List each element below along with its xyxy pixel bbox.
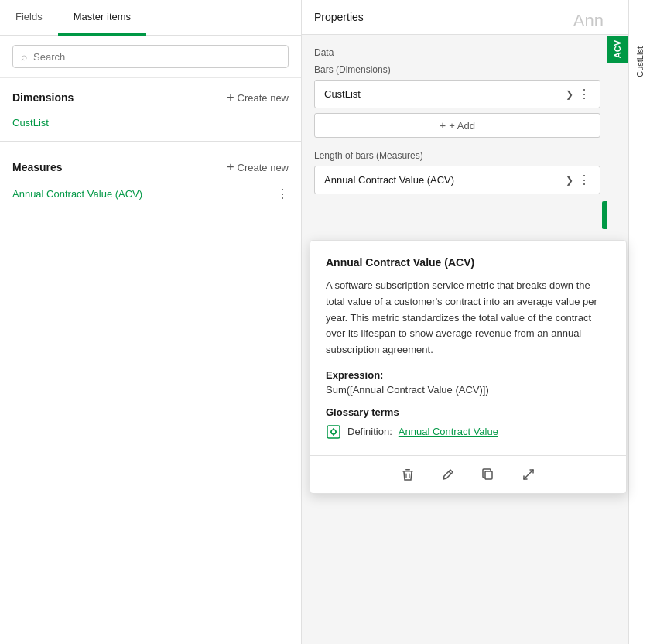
- svg-line-13: [524, 474, 529, 479]
- right-panel: Properties Ann Data Bars (Dimensions) Cu…: [302, 0, 650, 644]
- dots-icon[interactable]: ⋮: [578, 87, 590, 101]
- section-divider: [0, 141, 301, 142]
- more-options-icon[interactable]: ⋮: [276, 187, 289, 201]
- search-container: ⌕: [0, 36, 301, 78]
- add-plus-icon: +: [440, 119, 446, 132]
- measures-create-new-button[interactable]: + Create new: [227, 160, 289, 174]
- glossary-item: Definition: Annual Contract Value: [326, 424, 611, 440]
- measures-section-header: Measures + Create new: [0, 148, 301, 180]
- left-panel: Fields Master items ⌕ Dimensions + Creat…: [0, 0, 302, 644]
- custlist-label: CustList: [12, 117, 49, 128]
- glossary-link[interactable]: Annual Contract Value: [399, 426, 498, 437]
- custlist-dim-label: CustList: [324, 88, 361, 100]
- dimensions-section-header: Dimensions + Create new: [0, 78, 301, 111]
- acv-label: Annual Contract Value (ACV): [12, 188, 142, 200]
- tooltip-body: Annual Contract Value (ACV) A software s…: [310, 241, 626, 455]
- tooltip-title: Annual Contract Value (ACV): [326, 256, 611, 269]
- measure-chevron-icon: ❯: [566, 175, 573, 186]
- measure-item[interactable]: Annual Contract Value (ACV) ❯ ⋮: [314, 166, 600, 194]
- plus-icon-measures: +: [227, 160, 234, 174]
- annotation-header-text: Ann: [573, 11, 604, 31]
- measures-title: Measures: [12, 161, 63, 173]
- expression-label: Expression:: [326, 369, 611, 381]
- add-label: + Add: [449, 120, 475, 132]
- bar-dimension-item[interactable]: CustList ❯ ⋮: [314, 80, 600, 108]
- svg-point-1: [331, 430, 336, 434]
- chevron-right-icon: ❯: [566, 89, 573, 100]
- expand-icon[interactable]: [518, 464, 539, 485]
- glossary-definition-text: Definition:: [347, 426, 392, 437]
- custlist-vertical-label: CustList: [635, 46, 645, 77]
- delete-icon[interactable]: [397, 464, 419, 485]
- dimensions-title: Dimensions: [12, 91, 74, 104]
- acv-badge: ACV: [607, 36, 628, 63]
- svg-line-12: [529, 470, 533, 474]
- svg-rect-7: [405, 469, 410, 471]
- measure-item-icons: ❯ ⋮: [566, 173, 590, 187]
- svg-line-10: [449, 471, 451, 474]
- list-item-acv[interactable]: Annual Contract Value (ACV) ⋮: [0, 180, 301, 207]
- svg-rect-11: [485, 471, 492, 479]
- tooltip-footer: [310, 455, 626, 493]
- glossary-label: Glossary terms: [326, 406, 611, 418]
- list-item-custlist[interactable]: CustList: [0, 111, 301, 135]
- expression-value: Sum([Annual Contract Value (ACV)]): [326, 384, 611, 396]
- tooltip-description: A software subscription service metric t…: [326, 278, 611, 358]
- properties-content: Data Bars (Dimensions) CustList ❯ ⋮ + + …: [302, 35, 650, 211]
- copy-icon[interactable]: [477, 464, 499, 485]
- properties-title: Properties: [314, 11, 364, 23]
- svg-rect-0: [327, 426, 340, 438]
- search-icon: ⌕: [21, 50, 27, 63]
- green-bar-indicator: [602, 201, 607, 229]
- plus-icon-dimensions: +: [227, 91, 234, 104]
- create-new-measures-label: Create new: [238, 162, 289, 173]
- dimensions-create-new-button[interactable]: + Create new: [227, 91, 289, 104]
- vertical-label-container: CustList: [628, 0, 650, 644]
- tab-fields[interactable]: Fields: [0, 0, 58, 36]
- tooltip-popup: Annual Contract Value (ACV) A software s…: [310, 240, 627, 494]
- search-box: ⌕: [12, 45, 289, 68]
- tab-master-items[interactable]: Master items: [58, 0, 146, 36]
- length-of-bars-label: Length of bars (Measures): [314, 150, 600, 161]
- edit-icon[interactable]: [437, 464, 459, 485]
- data-label: Data: [314, 47, 600, 58]
- dim-item-icons: ❯ ⋮: [566, 87, 590, 101]
- add-button[interactable]: + + Add: [314, 113, 600, 138]
- tabs-container: Fields Master items: [0, 0, 301, 36]
- search-input[interactable]: [33, 51, 280, 63]
- bars-label: Bars (Dimensions): [314, 64, 600, 75]
- acv-measure-label: Annual Contract Value (ACV): [324, 174, 454, 186]
- measure-dots-icon[interactable]: ⋮: [578, 173, 590, 187]
- acv-badge-text: ACV: [613, 40, 622, 58]
- glossary-icon: [326, 424, 341, 440]
- create-new-label: Create new: [238, 92, 289, 104]
